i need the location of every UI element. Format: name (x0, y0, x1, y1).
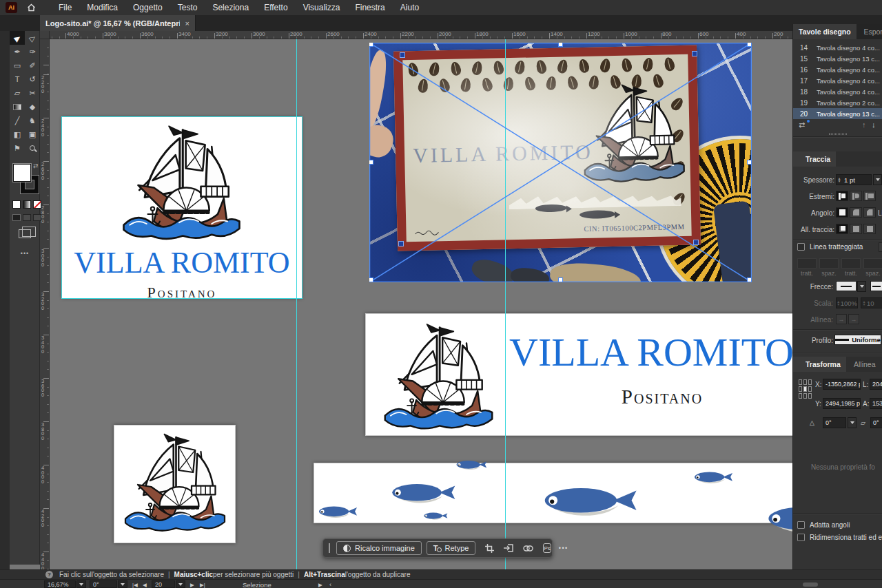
align-center-button[interactable] (836, 224, 848, 234)
w-field[interactable]: 2048 (870, 379, 882, 390)
pen-tool[interactable]: ✒ (10, 45, 25, 59)
selection-handle[interactable] (369, 43, 373, 47)
none-button[interactable] (33, 200, 41, 209)
dash-field[interactable] (863, 258, 882, 269)
selection-handle[interactable] (369, 160, 373, 165)
selection-handle[interactable] (747, 43, 752, 47)
dashed-line-checkbox[interactable] (797, 243, 805, 251)
rearrange-artboards-icon[interactable]: ⇄ (799, 120, 805, 129)
selection-handle[interactable] (558, 277, 563, 282)
dash-field[interactable] (797, 258, 817, 269)
artboard-row-20[interactable]: 20Tavola disegno 13 c... (793, 108, 882, 119)
home-icon[interactable] (27, 3, 36, 12)
menu-item-oggetto[interactable]: Oggetto (125, 1, 170, 14)
direct-selection-tool[interactable]: ▷ (25, 31, 40, 45)
screen-mode-icon[interactable] (19, 229, 31, 238)
image-trace-button[interactable]: Ricalco immagine (336, 541, 422, 555)
flag-tool[interactable]: ⚑ (10, 141, 25, 155)
selection-handle[interactable] (747, 277, 752, 282)
tab-tavole-disegno[interactable]: Tavole disegno (793, 24, 857, 39)
dash-field[interactable] (841, 258, 861, 269)
tab-allinea[interactable]: Allinea (854, 357, 876, 372)
dash-field[interactable] (819, 258, 839, 269)
align-outside-button[interactable] (863, 224, 876, 234)
gradient-button[interactable] (23, 200, 31, 209)
artboard-dropdown[interactable] (176, 580, 185, 588)
prev-artboard-button[interactable]: ◀ (143, 582, 147, 588)
x-field[interactable]: -1350,2862 p (823, 379, 861, 390)
taskbar-more-icon[interactable]: ••• (559, 545, 568, 552)
artboard-fish-pattern[interactable] (314, 463, 792, 523)
menu-item-modifica[interactable]: Modifica (79, 1, 125, 14)
shape-builder-tool[interactable]: ◧ (10, 127, 25, 141)
menu-item-file[interactable]: File (51, 1, 79, 14)
cap-round-button[interactable] (850, 191, 862, 201)
artboard-row-17[interactable]: 17Tavola disegno 4 co... (793, 75, 882, 86)
artboard-ship-only[interactable] (114, 425, 236, 543)
symbol-sprayer-tool[interactable]: ♞ (25, 114, 40, 127)
arrow-align-end-button[interactable]: → (848, 314, 859, 324)
y-field[interactable]: 2494,1985 p (823, 398, 861, 409)
weight-stepper[interactable]: ▴▾1 pt (836, 174, 872, 185)
scrollbar-thumb[interactable] (803, 582, 818, 587)
artboard-row-14[interactable]: 14Tavola disegno 4 co... (793, 42, 882, 53)
retype-button[interactable]: T Retype (427, 541, 476, 555)
rotate-dropdown[interactable] (848, 417, 857, 428)
corner-miter-button[interactable] (836, 207, 848, 218)
anchor-point[interactable] (398, 241, 404, 246)
anchor-point[interactable] (400, 52, 405, 58)
arrow-start-dropdown[interactable] (836, 281, 857, 291)
reference-point-locator[interactable] (799, 379, 813, 400)
fill-color-swatch[interactable] (13, 164, 31, 182)
scroll-right-icon[interactable]: ▶ (318, 582, 322, 588)
draw-inside-button[interactable] (33, 214, 41, 221)
guide-vertical[interactable] (296, 39, 297, 569)
crop-icon[interactable] (485, 544, 494, 553)
artboard-logo-stacked[interactable]: VILLA ROMITO Positano (62, 117, 302, 298)
align-inside-button[interactable] (850, 224, 862, 234)
horizontal-ruler[interactable]: 4000380036003400320030002800260024002200… (50, 31, 792, 39)
arrow-end-dropdown[interactable] (870, 281, 882, 291)
cap-butt-button[interactable] (836, 191, 848, 201)
guide-vertical[interactable] (505, 39, 506, 569)
embed-icon[interactable] (504, 544, 513, 552)
scale-corners-checkbox[interactable] (797, 521, 805, 529)
artboard-tool[interactable]: ▣ (25, 127, 40, 141)
corner-round-button[interactable] (850, 207, 862, 218)
taskbar-drag-handle[interactable] (329, 543, 330, 553)
last-artboard-button[interactable]: ▶| (200, 582, 205, 588)
width-tool[interactable]: ◆ (25, 100, 40, 114)
shear-field[interactable]: 0° (870, 417, 882, 428)
draw-normal-button[interactable] (12, 214, 21, 221)
scissors-tool[interactable]: ✂ (25, 86, 40, 100)
next-artboard-button[interactable]: ▶ (190, 582, 194, 588)
illustrator-logo-icon[interactable]: Ai (6, 2, 17, 13)
anchor-point[interactable] (693, 240, 699, 245)
link-icon[interactable] (523, 545, 533, 552)
arrow-scale-end[interactable]: ▴▾10 (861, 297, 882, 308)
arrow-start-chevron[interactable] (857, 281, 866, 292)
rectangle-tool[interactable]: ▭ (10, 59, 25, 72)
stroke-panel-title[interactable]: Traccia (793, 151, 836, 167)
selection-tool[interactable]: ▶ (10, 31, 25, 45)
artboard-logo-horizontal[interactable]: VILLA ROMITO Positano (365, 313, 792, 436)
zoom-level-field[interactable]: 16,67% (44, 580, 76, 588)
selection-handle[interactable] (369, 277, 373, 282)
menu-item-seleziona[interactable]: Seleziona (205, 1, 256, 14)
cap-projecting-button[interactable] (863, 191, 876, 201)
selection-handle[interactable] (558, 43, 563, 47)
move-up-icon[interactable]: ↑ (862, 120, 866, 129)
draw-behind-button[interactable] (23, 214, 31, 221)
tab-esportazione[interactable]: Esportazione (858, 24, 882, 39)
weight-dropdown[interactable] (873, 174, 882, 185)
close-tab-icon[interactable]: × (185, 19, 189, 28)
eraser-tool[interactable]: ▱ (10, 86, 25, 100)
color-button[interactable] (12, 200, 21, 209)
artboard-number-field[interactable]: 20 (152, 580, 175, 588)
dash-align-button[interactable] (879, 242, 882, 252)
corner-bevel-button[interactable] (863, 207, 876, 218)
menu-item-finestra[interactable]: Finestra (347, 1, 392, 14)
document-tab[interactable]: Logo-sito.ai* @ 16,67 % (RGB/Anteprima) … (40, 15, 196, 31)
menu-item-visualizza[interactable]: Visualizza (296, 1, 348, 14)
photoshop-icon[interactable]: Ps (543, 543, 551, 553)
